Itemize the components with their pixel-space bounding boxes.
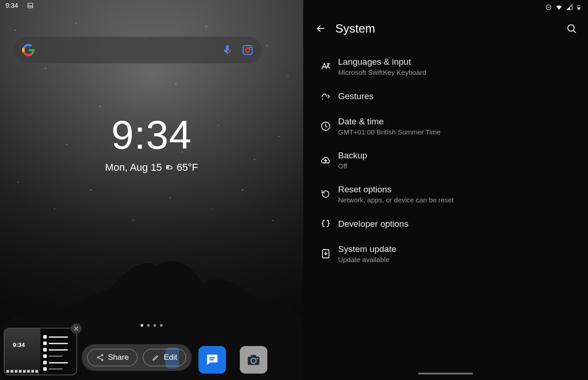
row-title: Reset options [338, 184, 577, 195]
row-subtitle: GMT+01:00 British Summer Time [338, 128, 577, 136]
settings-pane: System Languages & inputMicrosoft SwiftK… [303, 0, 588, 380]
page-dot [141, 324, 143, 327]
dnd-icon [545, 4, 552, 11]
share-button[interactable]: Share [87, 349, 137, 366]
nav-handle [418, 373, 473, 374]
google-lens-icon[interactable] [242, 44, 254, 56]
search-settings-button[interactable] [562, 19, 581, 38]
weather-icon [164, 163, 174, 172]
status-time: 9:34 [6, 2, 18, 9]
settings-row-reset[interactable]: Reset optionsNetwork, apps, or device ca… [303, 177, 588, 211]
page-indicator[interactable] [141, 324, 163, 327]
settings-row-datetime[interactable]: Date & timeGMT+01:00 British Summer Time [303, 109, 588, 143]
camera-app-icon[interactable] [240, 346, 267, 374]
screenshot-action-bar: Share Edit [82, 344, 192, 371]
settings-row-developer[interactable]: Developer options [303, 211, 588, 237]
gestures-icon [320, 91, 331, 102]
svg-point-7 [102, 359, 103, 361]
row-title: Gestures [338, 91, 577, 101]
home-dock [198, 346, 267, 374]
row-subtitle: Network, apps, or device can be reset [338, 196, 577, 204]
row-title: System update [338, 244, 577, 254]
svg-rect-14 [578, 5, 579, 6]
reset-icon [320, 189, 331, 200]
row-subtitle: Off [338, 162, 577, 170]
svg-point-6 [97, 357, 99, 358]
status-separator: · [22, 2, 23, 9]
row-subtitle: Microsoft SwiftKey Keyboard [338, 68, 577, 76]
wifi-icon [555, 4, 563, 11]
row-title: Developer options [338, 219, 577, 229]
svg-rect-15 [578, 7, 580, 9]
clock-time: 9:34 [0, 115, 303, 155]
row-subtitle: Update available [338, 256, 577, 263]
braces-icon [320, 218, 331, 229]
battery-icon [576, 4, 582, 11]
image-notification-icon [27, 2, 34, 9]
google-logo-icon [22, 44, 35, 56]
language-icon [320, 61, 331, 72]
svg-rect-0 [28, 3, 33, 8]
back-button[interactable] [311, 19, 330, 38]
svg-rect-1 [243, 45, 252, 55]
screenshot-preview[interactable]: 9:34 [4, 328, 77, 375]
thumb-time: 9:34 [13, 341, 25, 348]
share-label: Share [108, 353, 129, 362]
arrow-back-icon [315, 23, 326, 34]
svg-point-5 [102, 354, 103, 356]
clock-icon [320, 121, 331, 132]
close-icon [73, 325, 79, 332]
signal-icon [566, 4, 573, 11]
screenshot-thumbnail[interactable]: 9:34 [4, 328, 77, 375]
messages-app-icon[interactable] [198, 346, 226, 374]
edit-icon [152, 353, 160, 362]
status-bar-right [303, 0, 588, 13]
svg-point-3 [249, 47, 251, 48]
row-title: Languages & input [338, 57, 577, 67]
dismiss-screenshot-button[interactable] [71, 323, 82, 334]
cloud-upload-icon [320, 155, 331, 166]
settings-row-languages[interactable]: Languages & inputMicrosoft SwiftKey Keyb… [303, 50, 588, 84]
settings-list: Languages & inputMicrosoft SwiftKey Keyb… [303, 50, 588, 271]
edit-button[interactable]: Edit [143, 349, 186, 366]
page-dot [153, 324, 156, 327]
svg-point-2 [246, 48, 250, 52]
voice-search-icon[interactable] [221, 44, 233, 56]
svg-rect-10 [251, 355, 256, 357]
google-search-widget[interactable] [14, 37, 262, 63]
settings-row-gestures[interactable]: Gestures [303, 84, 588, 109]
settings-app-bar: System [303, 13, 588, 50]
clock-date-weather: Mon, Aug 15 65°F [105, 162, 198, 173]
clock-temp: 65°F [176, 162, 198, 173]
home-screen-pane: 9:34 · [0, 0, 303, 380]
page-dot [147, 324, 150, 327]
edit-label: Edit [164, 353, 177, 362]
gesture-nav-bar[interactable] [303, 367, 588, 380]
clock-date: Mon, Aug 15 [105, 162, 162, 173]
settings-row-backup[interactable]: BackupOff [303, 143, 588, 177]
settings-row-update[interactable]: System updateUpdate available [303, 237, 588, 271]
page-dot [160, 324, 163, 327]
share-icon [96, 353, 104, 362]
settings-title: System [335, 22, 375, 36]
row-title: Date & time [338, 117, 577, 127]
svg-point-11 [257, 358, 258, 359]
svg-point-17 [322, 99, 323, 100]
row-title: Backup [338, 151, 577, 161]
search-icon [566, 23, 577, 34]
clock-widget[interactable]: 9:34 Mon, Aug 15 65°F [0, 115, 303, 173]
status-bar-left: 9:34 · [6, 2, 34, 9]
system-update-icon [320, 248, 331, 259]
